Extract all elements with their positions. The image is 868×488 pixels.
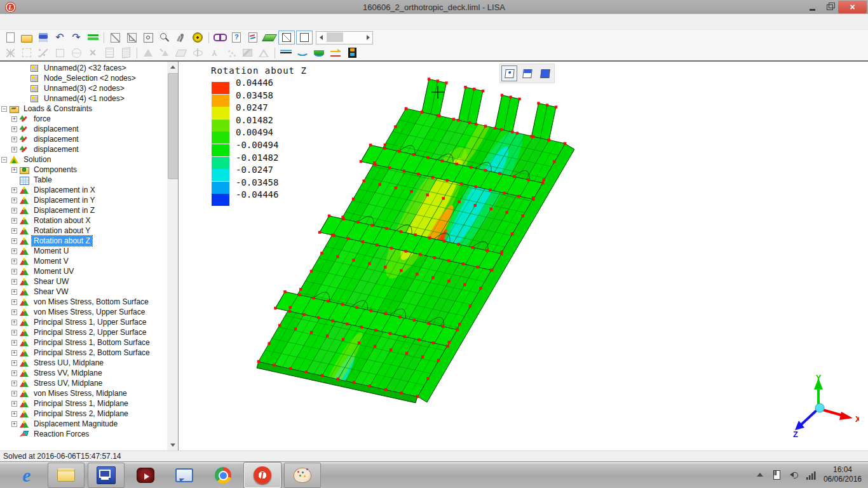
expander-icon[interactable] — [11, 411, 17, 417]
expander-icon[interactable] — [11, 381, 17, 386]
clock[interactable]: 16:04 06/06/2016 — [824, 465, 864, 484]
expander-icon[interactable] — [11, 248, 17, 254]
chrome-taskbar-button[interactable] — [205, 463, 241, 487]
tree-item[interactable]: Loads & Constraints — [0, 104, 167, 114]
extrude-button[interactable] — [173, 46, 189, 60]
tree-item[interactable]: Rotation about Z — [0, 236, 167, 246]
restore-button[interactable] — [821, 1, 838, 13]
scroll-left-icon[interactable] — [316, 32, 325, 44]
tree-item[interactable]: Stress UU, Midplane — [0, 358, 167, 368]
new-file-button[interactable] — [2, 30, 18, 44]
expander-icon[interactable] — [11, 421, 17, 427]
expander-icon[interactable] — [11, 360, 17, 366]
expander-icon[interactable] — [11, 208, 17, 214]
menu-item[interactable] — [0, 20, 14, 24]
menu-item[interactable] — [70, 20, 84, 24]
power-icon[interactable] — [772, 470, 782, 480]
expander-icon[interactable] — [11, 198, 17, 203]
view-3d-glasses-button[interactable] — [212, 30, 228, 44]
expander-icon[interactable] — [1, 157, 7, 163]
tree-item[interactable]: Stress UV, Midplane — [0, 378, 167, 388]
network-icon[interactable] — [806, 470, 817, 480]
tree-item[interactable]: Unnamed(4) <1 nodes> — [0, 93, 167, 104]
tree-scroll-thumb[interactable] — [168, 73, 179, 179]
tree-item[interactable]: Shear VW — [0, 287, 167, 297]
tree-item[interactable]: Node_Selection <2 nodes> — [0, 73, 167, 83]
face-button[interactable] — [51, 46, 68, 60]
zoom-button[interactable] — [156, 30, 173, 44]
copy-image-button[interactable] — [239, 46, 255, 60]
tree-item[interactable]: Rotation about X — [0, 215, 167, 226]
expander-icon[interactable] — [11, 218, 17, 224]
expander-icon[interactable] — [11, 370, 17, 376]
minimize-button[interactable] — [804, 1, 821, 13]
split-nodes-button[interactable] — [206, 46, 222, 60]
tree-item[interactable]: Stress VV, Midplane — [0, 368, 167, 378]
tree-item[interactable]: Rotation about Y — [0, 226, 167, 236]
scroll-thumb[interactable] — [327, 32, 343, 42]
tree-item[interactable]: Moment UV — [0, 266, 167, 276]
redo-button[interactable] — [68, 30, 85, 44]
expander-icon[interactable] — [11, 269, 17, 274]
tree-item[interactable]: Principal Stress 2, Midplane — [0, 409, 167, 419]
expander-icon[interactable] — [11, 126, 17, 132]
expander-icon[interactable] — [11, 147, 17, 152]
open-file-button[interactable] — [18, 30, 35, 44]
expander-icon[interactable] — [11, 330, 17, 336]
new-node-button[interactable] — [2, 46, 18, 60]
surface-view-button[interactable] — [519, 65, 535, 81]
tree-item[interactable]: Moment U — [0, 246, 167, 256]
element-table-button[interactable] — [118, 46, 134, 60]
tree-scrollbar[interactable] — [167, 62, 178, 451]
expander-icon[interactable] — [11, 228, 17, 234]
expander-icon[interactable] — [1, 106, 7, 112]
zoom-window-button[interactable] — [140, 30, 156, 44]
tree-item[interactable]: Table — [0, 175, 167, 185]
shaded-view-button[interactable] — [278, 30, 295, 44]
expander-icon[interactable] — [11, 289, 17, 295]
expander-icon[interactable] — [11, 391, 17, 396]
undo-button[interactable] — [51, 30, 68, 44]
tree-item[interactable]: Unnamed(2) <32 faces> — [0, 63, 167, 73]
menu-item[interactable] — [14, 20, 28, 24]
sphere-button[interactable] — [68, 46, 85, 60]
solid-view-button[interactable] — [537, 65, 553, 81]
beam-arc-shell-button[interactable] — [311, 46, 327, 60]
tree-item[interactable]: von Mises Stress, Bottom Surface — [0, 297, 167, 307]
expander-icon[interactable] — [11, 259, 17, 264]
tree-item[interactable]: Displacement in Y — [0, 195, 167, 205]
expander-icon[interactable] — [11, 401, 17, 407]
tree-item[interactable]: Principal Stress 1, Upper Surface — [0, 317, 167, 327]
tree-item[interactable]: Principal Stress 1, Midplane — [0, 398, 167, 409]
refine-fine-button[interactable] — [156, 46, 173, 60]
delete-button[interactable] — [85, 46, 101, 60]
title-bar[interactable]: L 160606_2_orthotropic_deck.liml - LISA … — [0, 0, 868, 14]
expander-icon[interactable] — [11, 340, 17, 346]
tree-item[interactable]: von Mises Stress, Upper Surface — [0, 307, 167, 317]
menu-item[interactable] — [28, 20, 42, 24]
expander-icon[interactable] — [11, 137, 17, 142]
volume-icon[interactable] — [789, 470, 799, 480]
tree-item[interactable]: Components — [0, 165, 167, 175]
deform-scale-scrollbar[interactable] — [316, 31, 373, 44]
close-button[interactable]: × — [838, 1, 867, 13]
scroll-right-icon[interactable] — [363, 32, 372, 44]
expander-icon[interactable] — [11, 299, 17, 305]
polyline-button[interactable] — [35, 46, 51, 60]
scroll-down-icon[interactable] — [167, 440, 178, 451]
merge-nodes-button[interactable] — [222, 46, 239, 60]
save-file-button[interactable] — [35, 30, 51, 44]
expander-icon[interactable] — [11, 238, 17, 244]
tree-item[interactable]: displacement — [0, 134, 167, 144]
expander-icon[interactable] — [11, 320, 17, 325]
tree-item[interactable]: von Mises Stress, Midplane — [0, 388, 167, 398]
isometric-view-button[interactable] — [107, 30, 123, 44]
tree-item[interactable]: Moment V — [0, 256, 167, 266]
expander-icon[interactable] — [11, 309, 17, 315]
tree-item[interactable]: Shear UW — [0, 276, 167, 287]
adjust-sliders-button[interactable] — [327, 46, 344, 60]
menu-item[interactable] — [56, 20, 70, 24]
tree-item[interactable]: force — [0, 114, 167, 124]
show-hidden-icons-icon[interactable] — [755, 470, 765, 480]
tree-item[interactable]: Principal Stress 1, Bottom Surface — [0, 337, 167, 348]
